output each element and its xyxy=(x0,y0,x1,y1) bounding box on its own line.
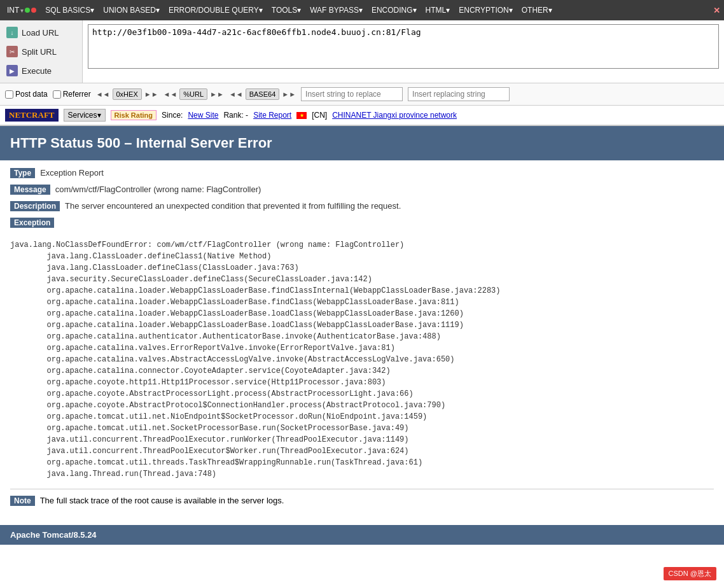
apache-footer: Apache Tomcat/8.5.24 xyxy=(0,525,724,545)
int-arrow: ▾ xyxy=(20,7,24,14)
services-button[interactable]: Services▾ xyxy=(64,109,106,122)
hex-encode-group: ◄◄ 0xHEX ►► xyxy=(96,88,158,100)
network-link[interactable]: CHINANET Jiangxi province network xyxy=(332,111,457,120)
netcraft-bar: NETCRAFT Services▾ Risk Rating Since: Ne… xyxy=(0,106,724,126)
base64-label: BASE64 xyxy=(249,90,276,98)
hex-btn[interactable]: 0xHEX xyxy=(113,88,142,100)
exception-label: Exception xyxy=(10,218,54,228)
base64-encode-group: ◄◄ BASE64 ►► xyxy=(229,88,296,100)
int-tab[interactable]: INT ▾ xyxy=(4,4,39,16)
message-value: com/wm/ctf/FlagController (wrong name: F… xyxy=(55,185,261,195)
options-bar: Post data Referrer ◄◄ 0xHEX ►► ◄◄ %URL ►… xyxy=(0,83,724,106)
base64-btn[interactable]: BASE64 xyxy=(246,88,280,100)
apache-footer-text: Apache Tomcat/8.5.24 xyxy=(10,530,97,540)
netcraft-logo-text: NETCRAFT xyxy=(9,110,55,120)
close-button[interactable]: ✕ xyxy=(713,6,720,15)
url-input-area: http://0e3f1b00-109a-44d7-a21c-6acf80e6f… xyxy=(83,20,724,83)
new-site-link[interactable]: New Site xyxy=(188,111,218,120)
http-status-header: HTTP Status 500 – Internal Server Error xyxy=(0,126,724,160)
netcraft-logo: NETCRAFT xyxy=(5,109,59,122)
url-section: ↓ Load URL ✂ Split URL ▶ Execute http://… xyxy=(0,20,724,83)
description-value: The server encountered an unexpected con… xyxy=(65,201,401,211)
other-menu[interactable]: OTHER▾ xyxy=(519,4,555,16)
divider xyxy=(10,489,714,489)
referrer-checkbox[interactable] xyxy=(53,90,61,99)
url-input[interactable]: http://0e3f1b00-109a-44d7-a21c-6acf80e6f… xyxy=(88,24,719,69)
sql-basics-menu[interactable]: SQL BASICS▾ xyxy=(42,4,97,16)
tools-menu[interactable]: TOOLS▾ xyxy=(268,4,304,16)
encryption-menu[interactable]: ENCRYPTION▾ xyxy=(456,4,515,16)
execute-label: Execute xyxy=(22,66,52,76)
split-url-icon: ✂ xyxy=(6,46,18,57)
exception-row: Exception xyxy=(10,218,714,228)
html-menu[interactable]: HTML▾ xyxy=(422,4,454,16)
insert-replace-input[interactable] xyxy=(301,87,403,101)
hex-left-arrow: ◄◄ xyxy=(96,90,110,98)
url-encode-group: ◄◄ %URL ►► xyxy=(164,88,224,100)
message-label: Message xyxy=(10,185,50,195)
hex-label: 0xHEX xyxy=(116,90,138,98)
split-url-button[interactable]: ✂ Split URL xyxy=(0,42,82,61)
http-status-text: HTTP Status 500 – Internal Server Error xyxy=(10,135,272,151)
main-content: HTTP Status 500 – Internal Server Error … xyxy=(0,126,724,545)
union-based-menu[interactable]: UNION BASED▾ xyxy=(100,4,163,16)
url-enc-btn[interactable]: %URL xyxy=(179,88,207,100)
left-buttons-panel: ↓ Load URL ✂ Split URL ▶ Execute xyxy=(0,20,83,83)
base64-left-arrow: ◄◄ xyxy=(229,90,243,98)
type-row: Type Exception Report xyxy=(10,168,714,178)
load-url-button[interactable]: ↓ Load URL xyxy=(0,23,82,42)
cn-flag-icon: ★ xyxy=(296,112,307,119)
base64-right-arrow: ►► xyxy=(282,90,296,98)
rank-label: Rank: - xyxy=(223,111,248,120)
encoding-menu[interactable]: ENCODING▾ xyxy=(368,4,420,16)
description-label: Description xyxy=(10,201,60,211)
int-label: INT xyxy=(7,6,19,15)
description-row: Description The server encountered an un… xyxy=(10,201,714,211)
url-right-arrow: ►► xyxy=(210,90,224,98)
red-dot xyxy=(31,8,36,13)
message-row: Message com/wm/ctf/FlagController (wrong… xyxy=(10,185,714,195)
url-enc-label: %URL xyxy=(183,90,204,98)
green-dot xyxy=(25,8,30,13)
cn-label: [CN] xyxy=(312,111,327,120)
content-body: Type Exception Report Message com/wm/ctf… xyxy=(0,160,724,520)
site-report-link[interactable]: Site Report xyxy=(253,111,291,120)
type-value: Exception Report xyxy=(40,168,104,178)
top-toolbar: INT ▾ SQL BASICS▾ UNION BASED▾ ERROR/DOU… xyxy=(0,0,724,20)
stack-trace: java.lang.NoClassDefFoundError: com/wm/c… xyxy=(10,234,714,485)
url-left-arrow: ◄◄ xyxy=(164,90,178,98)
since-label: Since: xyxy=(162,111,183,120)
load-url-icon: ↓ xyxy=(6,27,18,38)
execute-button[interactable]: ▶ Execute xyxy=(0,61,82,80)
note-row: Note The full stack trace of the root ca… xyxy=(10,496,714,506)
post-data-check[interactable]: Post data xyxy=(5,90,48,99)
split-url-label: Split URL xyxy=(22,47,57,57)
note-label: Note xyxy=(10,496,35,506)
hex-right-arrow: ►► xyxy=(144,90,158,98)
risk-rating-badge: Risk Rating xyxy=(111,110,157,120)
insert-replacing-input[interactable] xyxy=(408,87,510,101)
note-value: The full stack trace of the root cause i… xyxy=(40,496,284,505)
waf-bypass-menu[interactable]: WAF BYPASS▾ xyxy=(307,4,366,16)
post-data-label: Post data xyxy=(15,90,48,99)
error-double-menu[interactable]: ERROR/DOUBLE QUERY▾ xyxy=(165,4,266,16)
execute-icon: ▶ xyxy=(6,65,18,76)
load-url-label: Load URL xyxy=(22,28,59,38)
referrer-check[interactable]: Referrer xyxy=(53,90,91,99)
post-data-checkbox[interactable] xyxy=(5,90,13,99)
referrer-label: Referrer xyxy=(63,90,91,99)
type-label: Type xyxy=(10,168,35,178)
